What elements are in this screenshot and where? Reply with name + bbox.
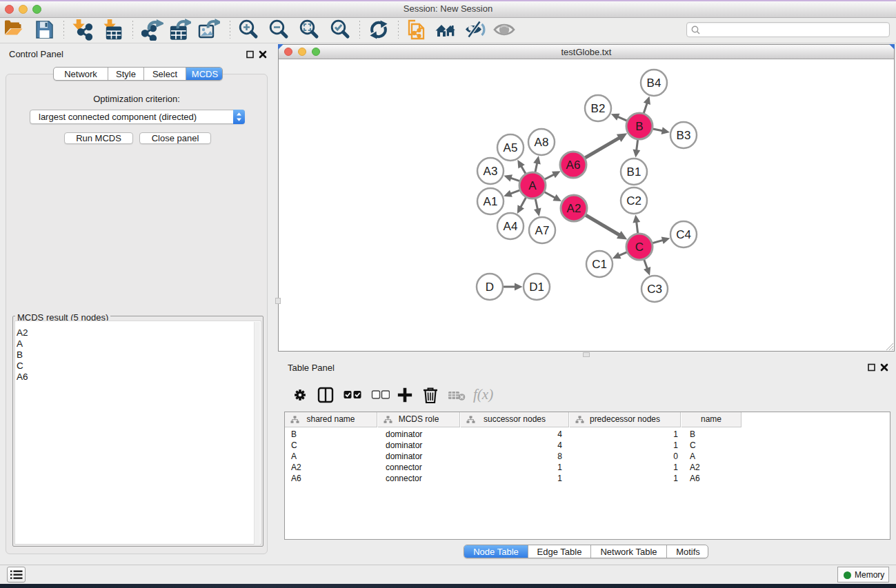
svg-text:C4: C4 — [676, 228, 691, 241]
svg-text:B3: B3 — [677, 129, 691, 142]
svg-text:B2: B2 — [591, 102, 606, 115]
svg-text:C3: C3 — [647, 283, 662, 296]
svg-text:B: B — [635, 120, 643, 133]
svg-text:C2: C2 — [626, 194, 641, 207]
svg-text:A5: A5 — [504, 141, 518, 154]
svg-text:C: C — [635, 241, 644, 254]
svg-text:A4: A4 — [504, 220, 518, 233]
svg-text:D: D — [486, 281, 494, 294]
svg-text:B1: B1 — [627, 165, 641, 179]
svg-text:D1: D1 — [529, 281, 544, 294]
svg-text:A8: A8 — [535, 136, 549, 149]
svg-text:A: A — [528, 179, 537, 192]
svg-text:C1: C1 — [592, 258, 607, 271]
svg-text:B4: B4 — [647, 77, 661, 90]
svg-text:A3: A3 — [484, 165, 498, 178]
svg-text:A6: A6 — [566, 159, 581, 172]
svg-text:A7: A7 — [535, 224, 550, 237]
svg-text:A1: A1 — [484, 195, 498, 208]
svg-text:A2: A2 — [567, 202, 581, 215]
